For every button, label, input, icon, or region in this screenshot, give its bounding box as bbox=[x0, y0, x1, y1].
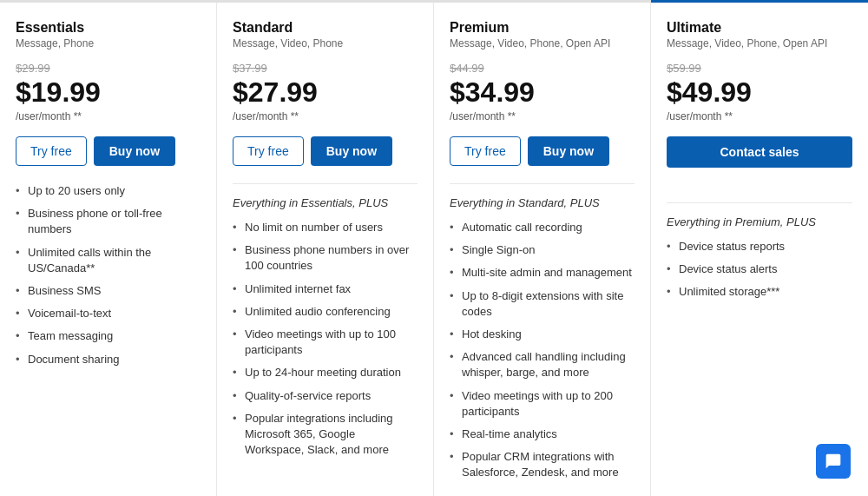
feature-item: Unlimited storage*** bbox=[667, 284, 852, 300]
plan-includes-essentials: Message, Phone bbox=[16, 37, 201, 50]
feature-item: Up to 20 users only bbox=[16, 183, 201, 199]
current-price-ultimate: $49.99 bbox=[667, 76, 852, 109]
feature-item: No limit on number of users bbox=[233, 220, 418, 235]
feature-item: Real-time analytics bbox=[450, 427, 635, 442]
contact-sales-button[interactable]: Contact sales bbox=[667, 136, 852, 168]
current-price-essentials: $19.99 bbox=[16, 76, 201, 109]
original-price-essentials: $29.99 bbox=[16, 62, 201, 75]
feature-item: Quality-of-service reports bbox=[233, 388, 418, 404]
try-free-button-premium[interactable]: Try free bbox=[450, 136, 521, 166]
btn-row-premium: Try free Buy now bbox=[450, 136, 635, 166]
btn-row-ultimate: Contact sales bbox=[667, 136, 852, 185]
buy-now-button-standard[interactable]: Buy now bbox=[311, 136, 392, 166]
features-header-premium: Everything in Standard, PLUS bbox=[450, 196, 635, 209]
feature-item: Video meetings with up to 200 participan… bbox=[450, 388, 635, 420]
feature-item: Hot desking bbox=[450, 327, 635, 342]
plan-name-standard: Standard bbox=[233, 20, 418, 36]
plan-includes-premium: Message, Video, Phone, Open API bbox=[450, 37, 635, 50]
pricing-grid: EssentialsMessage, Phone$29.99$19.99/use… bbox=[0, 0, 868, 496]
try-free-button-standard[interactable]: Try free bbox=[233, 136, 304, 166]
price-note-ultimate: /user/month ** bbox=[667, 110, 852, 122]
feature-item: Unlimited calls within the US/Canada** bbox=[16, 245, 201, 276]
feature-item: Voicemail-to-text bbox=[16, 306, 201, 321]
original-price-ultimate: $59.99 bbox=[667, 62, 852, 75]
price-note-premium: /user/month ** bbox=[450, 110, 635, 122]
feature-item: Business phone or toll-free numbers bbox=[16, 206, 201, 237]
feature-item: Business phone numbers in over 100 count… bbox=[233, 242, 418, 274]
plan-col-premium: PremiumMessage, Video, Phone, Open API$4… bbox=[434, 3, 651, 496]
original-price-premium: $44.99 bbox=[450, 62, 635, 75]
features-header-ultimate: Everything in Premium, PLUS bbox=[667, 215, 852, 228]
feature-item: Device status alerts bbox=[667, 261, 852, 277]
features-header-standard: Everything in Essentials, PLUS bbox=[233, 196, 418, 209]
feature-item: Single Sign-on bbox=[450, 242, 635, 258]
feature-item: Document sharing bbox=[16, 352, 201, 367]
current-price-standard: $27.99 bbox=[233, 76, 418, 109]
features-list-premium: Automatic call recordingSingle Sign-onMu… bbox=[450, 220, 635, 480]
feature-item: Popular CRM integrations with Salesforce… bbox=[450, 449, 635, 480]
buy-now-button-premium[interactable]: Buy now bbox=[528, 136, 609, 166]
plan-col-essentials: EssentialsMessage, Phone$29.99$19.99/use… bbox=[0, 3, 217, 496]
price-note-standard: /user/month ** bbox=[233, 110, 418, 122]
feature-item: Up to 24-hour meeting duration bbox=[233, 365, 418, 380]
plan-col-ultimate: UltimateMessage, Video, Phone, Open API$… bbox=[651, 0, 868, 496]
plan-name-premium: Premium bbox=[450, 20, 635, 36]
features-list-ultimate: Device status reportsDevice status alert… bbox=[667, 239, 852, 301]
plan-includes-standard: Message, Video, Phone bbox=[233, 37, 418, 50]
plan-name-ultimate: Ultimate bbox=[667, 20, 852, 36]
feature-item: Device status reports bbox=[667, 239, 852, 255]
feature-item: Unlimited audio conferencing bbox=[233, 304, 418, 320]
current-price-premium: $34.99 bbox=[450, 76, 635, 109]
features-list-standard: No limit on number of usersBusiness phon… bbox=[233, 220, 418, 458]
feature-item: Multi-site admin and management bbox=[450, 265, 635, 281]
try-free-button-essentials[interactable]: Try free bbox=[16, 136, 87, 166]
features-list-essentials: Up to 20 users onlyBusiness phone or tol… bbox=[16, 183, 201, 367]
feature-item: Business SMS bbox=[16, 283, 201, 299]
divider-ultimate bbox=[667, 202, 852, 203]
feature-item: Unlimited internet fax bbox=[233, 281, 418, 297]
feature-item: Advanced call handling including whisper… bbox=[450, 349, 635, 380]
btn-row-essentials: Try free Buy now bbox=[16, 136, 201, 166]
feature-item: Video meetings with up to 100 participan… bbox=[233, 327, 418, 358]
feature-item: Team messaging bbox=[16, 328, 201, 344]
divider-premium bbox=[450, 183, 635, 184]
chat-button[interactable] bbox=[816, 444, 851, 479]
plan-col-standard: StandardMessage, Video, Phone$37.99$27.9… bbox=[217, 3, 434, 496]
feature-item: Up to 8-digit extensions with site codes bbox=[450, 288, 635, 320]
plan-name-essentials: Essentials bbox=[16, 20, 201, 36]
feature-item: Popular integrations including Microsoft… bbox=[233, 411, 418, 459]
price-note-essentials: /user/month ** bbox=[16, 110, 201, 122]
feature-item: Automatic call recording bbox=[450, 220, 635, 235]
buy-now-button-essentials[interactable]: Buy now bbox=[94, 136, 175, 166]
plan-includes-ultimate: Message, Video, Phone, Open API bbox=[667, 37, 852, 50]
btn-row-standard: Try free Buy now bbox=[233, 136, 418, 166]
original-price-standard: $37.99 bbox=[233, 62, 418, 75]
divider-standard bbox=[233, 183, 418, 184]
